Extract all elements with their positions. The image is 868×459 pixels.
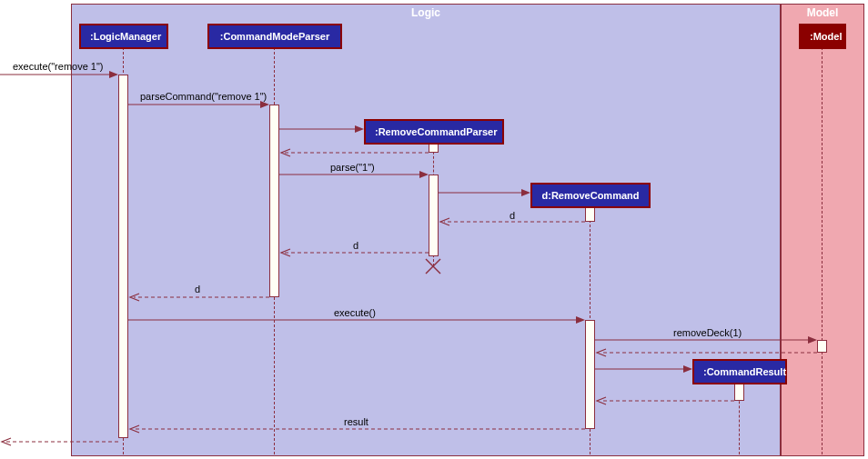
remove-command-participant: d:RemoveCommand: [530, 183, 651, 208]
model-lifeline: [822, 47, 823, 454]
model-frame-label: Model: [800, 5, 846, 21]
model-activation: [817, 340, 827, 353]
remove-command-activation-1: [585, 207, 595, 222]
execute-call-label: execute(): [334, 307, 376, 318]
return-d1-label: d: [510, 210, 515, 221]
remove-command-parser-activation-1: [429, 144, 439, 153]
command-mode-parser-activation: [269, 105, 279, 297]
model-frame: Model: [781, 4, 864, 456]
parse-command-msg-label: parseCommand("remove 1"): [140, 91, 267, 102]
command-result-activation: [734, 383, 744, 401]
remove-command-parser-participant: :RemoveCommandParser: [364, 119, 504, 145]
return-d2-label: d: [353, 240, 358, 251]
logic-manager-participant: :LogicManager: [79, 24, 168, 49]
remove-deck-label: removeDeck(1): [673, 327, 742, 338]
destroy-icon: [424, 257, 442, 275]
logic-frame-label: Logic: [404, 5, 448, 21]
model-participant: :Model: [799, 24, 846, 49]
return-d3-label: d: [195, 284, 200, 294]
remove-command-activation-2: [585, 320, 595, 429]
remove-command-parser-activation-2: [429, 175, 439, 256]
command-mode-parser-participant: :CommandModeParser: [207, 24, 342, 49]
parse-msg-label: parse("1"): [330, 162, 375, 173]
command-result-participant: :CommandResult: [692, 359, 787, 384]
execute-msg-label: execute("remove 1"): [13, 61, 104, 72]
result-label: result: [344, 416, 368, 427]
logic-frame: Logic: [71, 4, 781, 456]
logic-manager-activation: [118, 75, 128, 438]
